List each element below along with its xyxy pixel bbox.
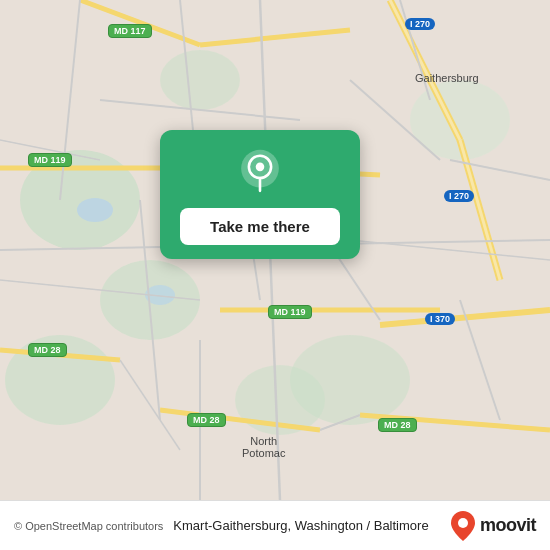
gaithersburg-label: Gaithersburg: [415, 72, 479, 84]
north-label: NorthPotomac: [242, 435, 285, 459]
svg-point-8: [77, 198, 113, 222]
road-badge-md119-lower: MD 119: [268, 305, 312, 319]
road-badge-md117: MD 117: [108, 24, 152, 38]
location-pin-icon: [236, 148, 284, 196]
moovit-logo: moovit: [450, 509, 536, 543]
moovit-pin-icon: [450, 509, 476, 543]
road-badge-i270-mid: I 270: [444, 190, 474, 202]
svg-point-6: [160, 50, 240, 110]
popup-card: Take me there: [160, 130, 360, 259]
road-badge-md28-mid: MD 28: [187, 413, 226, 427]
moovit-text: moovit: [480, 515, 536, 536]
bottom-bar: © OpenStreetMap contributors Kmart-Gaith…: [0, 500, 550, 550]
map-container: MD 117 I 270 MD 119 3 I 270 MD 119 MD 28…: [0, 0, 550, 500]
road-badge-i270-top: I 270: [405, 18, 435, 30]
road-badge-i370: I 370: [425, 313, 455, 325]
location-info: Kmart-Gaithersburg, Washington / Baltimo…: [163, 518, 450, 533]
road-badge-md119-left: MD 119: [28, 153, 72, 167]
svg-point-44: [458, 518, 468, 528]
road-badge-md28-left: MD 28: [28, 343, 67, 357]
road-badge-md28-right: MD 28: [378, 418, 417, 432]
attribution: © OpenStreetMap contributors: [14, 520, 163, 532]
svg-point-43: [256, 163, 265, 172]
take-me-there-button[interactable]: Take me there: [180, 208, 340, 245]
